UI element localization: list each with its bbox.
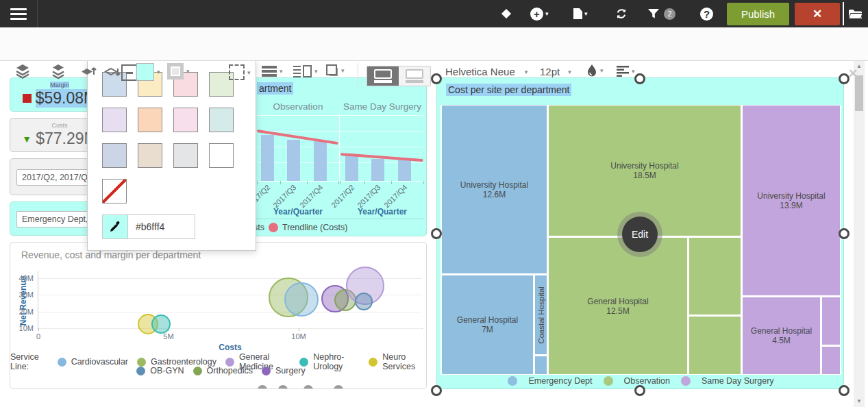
filter-count-value: 2 xyxy=(664,8,675,20)
legend-item-label[interactable]: Orthopedics xyxy=(207,366,253,375)
legend-item-label[interactable]: Cardiovascular xyxy=(71,357,128,367)
caret-down-icon: ▾ xyxy=(280,68,283,75)
treemap-block[interactable] xyxy=(822,297,840,345)
legend-item-label[interactable]: Gastroenterology xyxy=(151,357,216,367)
text-color-button[interactable]: ▾ xyxy=(586,64,604,77)
bar-2017/Q2[interactable] xyxy=(345,155,358,181)
shadow-button[interactable]: ▾ xyxy=(326,64,345,77)
view-toggle-outline[interactable] xyxy=(399,66,430,86)
selection-handle[interactable] xyxy=(839,385,850,396)
toolbar-close-icon[interactable]: ✕ xyxy=(848,66,858,81)
refresh-icon[interactable] xyxy=(614,0,629,27)
send-backward-icon[interactable] xyxy=(104,64,122,80)
plus-icon: + xyxy=(530,8,543,21)
bubble-nephro-urology[interactable] xyxy=(151,314,171,334)
border-color-button[interactable]: ▾ xyxy=(167,63,190,79)
close-dashboard-button[interactable]: ✕ xyxy=(795,3,840,25)
caret-down-icon: ▾ xyxy=(186,68,190,75)
treemap-block[interactable]: General Hospital7M xyxy=(442,275,533,374)
selection-handle[interactable] xyxy=(431,73,442,84)
legend-item-label[interactable]: Same Day Surgery xyxy=(702,376,774,386)
bar-2017/Q2[interactable] xyxy=(261,135,274,181)
treemap-block[interactable]: General Hospital12.5M xyxy=(549,238,687,374)
treemap-block-name: General Hospital xyxy=(457,315,518,325)
legend-dot-partial xyxy=(258,385,267,389)
layers-icon[interactable] xyxy=(14,64,32,80)
font-family-value: Helvetica Neue xyxy=(445,66,515,77)
hex-color-input[interactable] xyxy=(128,214,195,239)
treemap-block[interactable]: Coastal Hospital xyxy=(535,275,547,354)
color-swatch[interactable] xyxy=(173,108,198,132)
view-toggle-group xyxy=(367,66,431,86)
list-style-button[interactable]: ▾ xyxy=(293,64,318,78)
treemap-block[interactable]: University Hospital13.9M xyxy=(743,106,840,295)
bar-2017/Q4[interactable] xyxy=(398,160,411,181)
bar-2017/Q3[interactable] xyxy=(287,140,300,181)
color-swatch[interactable] xyxy=(102,143,127,168)
font-family-select[interactable]: Helvetica Neue ▾ xyxy=(445,66,528,77)
bubble-chart-card[interactable]: Revenue, cost and margin per department … xyxy=(10,242,427,389)
layout-diamond-icon[interactable] xyxy=(498,0,514,27)
color-swatch[interactable] xyxy=(138,143,162,168)
treemap-block[interactable] xyxy=(822,347,840,374)
treemap-block-value: 12.6M xyxy=(460,190,528,199)
legend-dot-partial xyxy=(303,385,313,389)
bring-forward-icon[interactable] xyxy=(80,64,98,80)
color-swatch[interactable] xyxy=(209,108,234,132)
help-icon[interactable]: ? xyxy=(700,0,713,27)
red-square-indicator-icon xyxy=(23,94,32,103)
x-axis-title: Year/Quarter xyxy=(273,207,323,217)
border-style-icon[interactable] xyxy=(121,64,138,81)
y-tick-label: 30M xyxy=(16,291,34,299)
treemap-block-value: 7M xyxy=(457,325,518,334)
folder-icon[interactable] xyxy=(847,0,864,27)
dashboard-canvas[interactable]: Margin $59.08M Costs ▼ $77.29M artment s… xyxy=(0,61,868,407)
trendline-legend-dot xyxy=(269,223,278,232)
legend-item-label[interactable]: Observation xyxy=(624,376,670,386)
view-toggle-filled[interactable] xyxy=(367,66,399,86)
selection-handle[interactable] xyxy=(839,228,850,239)
edit-button[interactable]: Edit xyxy=(622,217,658,252)
legend-item-label[interactable]: Emergency Dept xyxy=(528,376,592,386)
panel-separator xyxy=(339,114,340,181)
bar-2017/Q3[interactable] xyxy=(371,159,384,181)
bubble-cardiovascular[interactable] xyxy=(284,282,319,317)
corner-radius-button[interactable]: ▾ xyxy=(229,64,251,80)
caret-down-icon: ▾ xyxy=(568,69,571,75)
treemap-block[interactable] xyxy=(689,317,741,374)
page-menu-button[interactable]: ▾ xyxy=(573,0,588,27)
selection-handle[interactable] xyxy=(634,385,645,396)
layer-order-icon[interactable] xyxy=(49,64,67,80)
text-align-button[interactable]: ▾ xyxy=(617,66,635,77)
no-fill-swatch[interactable] xyxy=(102,179,127,204)
treemap-block[interactable]: General Hospital4.5M xyxy=(743,297,820,374)
bubble-legend-row-2: OB-GYNOrthopedicsSurgery xyxy=(10,366,427,375)
bar-2017/Q4[interactable] xyxy=(314,141,327,181)
filter-icon[interactable] xyxy=(647,0,660,27)
hamburger-menu-icon[interactable] xyxy=(7,0,30,27)
selection-handle[interactable] xyxy=(634,73,645,84)
treemap-block[interactable]: University Hospital12.6M xyxy=(442,106,547,273)
line-weight-button[interactable]: ▾ xyxy=(262,64,283,78)
color-swatch[interactable] xyxy=(173,143,198,168)
bar-chart-legend: sts Trendline (Costs) xyxy=(253,223,347,232)
vertical-scrollbar[interactable]: ▲ ▼ xyxy=(854,60,865,407)
publish-button[interactable]: Publish xyxy=(727,3,789,25)
legend-item-label[interactable]: Surgery xyxy=(275,366,306,375)
eyedropper-button[interactable] xyxy=(102,214,128,239)
selection-handle[interactable] xyxy=(431,228,442,239)
fill-color-button[interactable]: ▾ xyxy=(136,63,160,81)
treemap-block[interactable] xyxy=(535,356,547,374)
bubble-ob-gyn[interactable] xyxy=(355,293,373,310)
treemap-block[interactable] xyxy=(689,238,741,314)
legend-item-label[interactable]: OB-GYN xyxy=(150,366,184,375)
scroll-down-arrow-icon[interactable]: ▼ xyxy=(854,398,865,404)
color-swatch[interactable] xyxy=(102,108,127,132)
treemap-card[interactable]: Cost per site per department University … xyxy=(436,77,844,389)
color-swatch[interactable] xyxy=(209,143,234,168)
color-swatch[interactable] xyxy=(138,108,162,132)
add-button[interactable]: + ▾ xyxy=(530,0,549,27)
font-size-select[interactable]: 12pt ▾ xyxy=(540,66,571,77)
selection-handle[interactable] xyxy=(431,385,442,396)
bar-chart-title-fragment: artment xyxy=(257,82,293,95)
